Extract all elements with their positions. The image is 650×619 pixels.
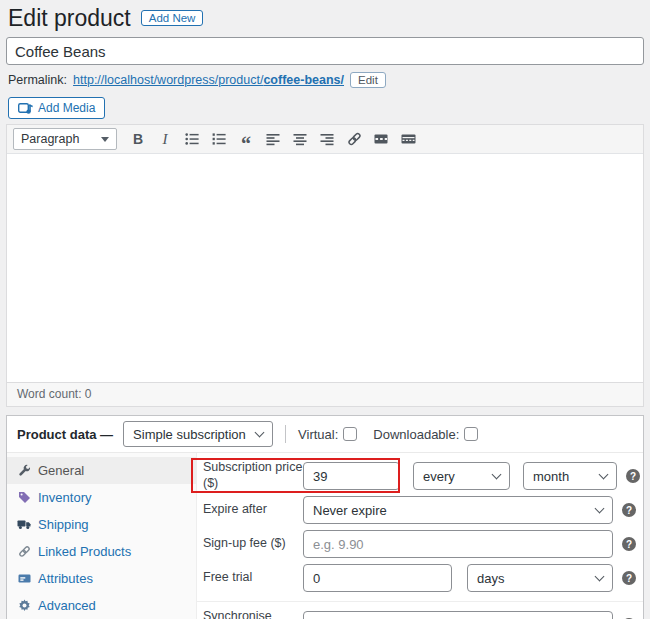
tab-shipping[interactable]: Shipping	[7, 511, 196, 538]
editor-content-area[interactable]	[7, 154, 643, 382]
tag-icon	[17, 491, 31, 504]
chevron-down-icon	[101, 137, 109, 142]
gear-icon	[17, 599, 31, 612]
align-center-button[interactable]	[288, 128, 312, 150]
help-icon[interactable]: ?	[622, 537, 636, 551]
tab-inventory[interactable]: Inventory	[7, 484, 196, 511]
link-icon	[347, 132, 362, 146]
synchronise-renewals-label: Synchronise renewals	[203, 609, 303, 619]
media-icon	[18, 101, 33, 115]
tab-attributes[interactable]: Attributes	[7, 565, 196, 592]
signup-fee-input[interactable]	[303, 530, 613, 558]
add-new-button[interactable]: Add New	[141, 10, 204, 26]
subscription-price-row: Subscription price ($) every month ?	[197, 459, 643, 493]
tab-general[interactable]: General	[7, 457, 196, 484]
toolbar-toggle-button[interactable]	[396, 128, 420, 150]
wrench-icon	[17, 464, 31, 477]
expire-after-row: Expire after Never expire ?	[197, 493, 643, 527]
link-icon	[17, 545, 31, 558]
product-data-header: Product data — Simple subscription Virtu…	[7, 416, 643, 453]
chevron-down-icon	[255, 428, 265, 438]
permalink-edit-button[interactable]: Edit	[350, 72, 386, 88]
more-tag-button[interactable]	[369, 128, 393, 150]
subscription-interval-select[interactable]: every	[413, 462, 510, 490]
permalink-label: Permalink:	[8, 73, 67, 87]
page-header: Edit product Add New	[8, 5, 644, 31]
virtual-checkbox[interactable]	[343, 427, 357, 441]
free-trial-row: Free trial days ?	[197, 561, 643, 595]
bold-button[interactable]: B	[126, 128, 150, 150]
chevron-down-icon	[492, 470, 502, 480]
blockquote-button[interactable]: “	[234, 128, 258, 150]
add-media-button[interactable]: Add Media	[8, 97, 105, 119]
page: Edit product Add New Permalink: http://l…	[0, 0, 650, 619]
subscription-price-input[interactable]	[303, 462, 400, 490]
word-count-bar: Word count: 0	[7, 382, 643, 406]
page-title: Edit product	[8, 5, 131, 31]
numbered-list-icon	[212, 132, 226, 146]
bulleted-list-button[interactable]	[180, 128, 204, 150]
align-right-button[interactable]	[315, 128, 339, 150]
insert-link-button[interactable]	[342, 128, 366, 150]
free-trial-label: Free trial	[203, 570, 303, 586]
subscription-price-label: Subscription price ($)	[203, 460, 303, 491]
content-editor: Paragraph B I “	[6, 124, 644, 407]
editor-toolbar: Paragraph B I “	[7, 125, 643, 154]
paragraph-format-select[interactable]: Paragraph	[13, 128, 117, 150]
product-type-select[interactable]: Simple subscription	[123, 421, 273, 447]
downloadable-label: Downloadable:	[373, 427, 478, 442]
chevron-down-icon	[599, 470, 609, 480]
help-icon[interactable]: ?	[622, 571, 636, 585]
numbered-list-button[interactable]	[207, 128, 231, 150]
signup-fee-label: Sign-up fee ($)	[203, 536, 303, 552]
divider	[285, 425, 286, 443]
free-trial-period-select[interactable]: days	[467, 564, 613, 592]
downloadable-checkbox[interactable]	[464, 427, 478, 441]
align-left-icon	[266, 132, 280, 146]
chevron-down-icon	[595, 504, 605, 514]
divider	[197, 601, 643, 602]
editor-tools: Add Media	[8, 97, 644, 119]
subscription-period-select[interactable]: month	[523, 462, 617, 490]
synchronise-renewals-select[interactable]: Do not synchronise	[303, 611, 613, 619]
word-count-value: 0	[85, 387, 92, 401]
synchronise-renewals-row: Synchronise renewals Do not synchronise …	[197, 608, 643, 619]
tab-advanced[interactable]: Advanced	[7, 592, 196, 619]
product-data-panel: Product data — Simple subscription Virtu…	[6, 415, 644, 619]
bulleted-list-icon	[185, 132, 199, 146]
permalink-link[interactable]: http://localhost/wordpress/product/coffe…	[73, 73, 344, 87]
product-title-input[interactable]	[6, 37, 644, 65]
truck-icon	[17, 518, 31, 531]
product-data-title: Product data —	[17, 427, 113, 442]
help-icon[interactable]: ?	[622, 503, 636, 517]
add-media-label: Add Media	[38, 101, 95, 115]
virtual-label: Virtual:	[298, 427, 357, 442]
product-data-tabs: General Inventory	[7, 453, 197, 619]
general-tab-content: Subscription price ($) every month ?	[197, 453, 643, 619]
free-trial-input[interactable]	[303, 564, 452, 592]
align-center-icon	[293, 132, 307, 146]
tab-linked-products[interactable]: Linked Products	[7, 538, 196, 565]
italic-button[interactable]: I	[153, 128, 177, 150]
align-right-icon	[320, 132, 334, 146]
signup-fee-row: Sign-up fee ($) ?	[197, 527, 643, 561]
expire-after-select[interactable]: Never expire	[303, 496, 613, 524]
align-left-button[interactable]	[261, 128, 285, 150]
attributes-icon	[17, 572, 31, 585]
permalink: Permalink: http://localhost/wordpress/pr…	[8, 72, 644, 88]
more-tag-icon	[374, 132, 388, 146]
help-icon[interactable]: ?	[626, 469, 640, 483]
expire-after-label: Expire after	[203, 502, 303, 518]
chevron-down-icon	[595, 572, 605, 582]
toolbar-toggle-icon	[401, 132, 416, 146]
